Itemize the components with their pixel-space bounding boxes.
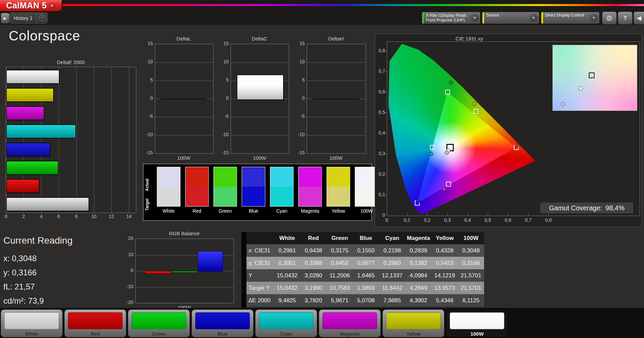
deltae-gridline (94, 67, 94, 213)
pattern-button-green[interactable]: Green (128, 309, 190, 337)
table-cell: 15,0432 (274, 269, 300, 282)
current-reading-x: x: 0,3048 (3, 251, 72, 266)
pattern-button-red[interactable]: Red (64, 309, 126, 337)
deltaL-title: DeltaL (155, 36, 213, 41)
table-cell: 0,2839 (405, 244, 432, 257)
cie-ytick-mark (385, 71, 387, 72)
table-cell: 4,0984 (405, 269, 432, 282)
table-cell: 1,6465 (353, 269, 379, 282)
display-control-dropdown[interactable]: Direct Display Control (541, 12, 600, 24)
swatch-column-white[interactable]: White (157, 167, 180, 214)
chevron-down-icon[interactable] (471, 14, 479, 22)
cie-xtick: 0,2 (421, 217, 433, 223)
meter-dropdown[interactable]: X-Rite i1Display Retail Front Projector … (422, 12, 480, 24)
cie-measured-green (449, 81, 453, 85)
cie-whitepoint-inset (552, 45, 637, 111)
table-cell: 0,3048 (458, 244, 484, 257)
pattern-button-label: Blue (192, 331, 253, 337)
table-row-label: Y (246, 269, 274, 282)
collapse-panel-button[interactable] (634, 11, 644, 25)
settings-button[interactable] (602, 11, 617, 25)
swatch-column-yellow[interactable]: Yellow (327, 167, 350, 214)
swatch-column-green[interactable]: Green (213, 167, 237, 214)
deltae-xtick: 10 (90, 214, 98, 219)
table-row: Y15,04323,028011,20061,646512,13374,0984… (246, 269, 484, 282)
rgb-bar-blue (198, 251, 223, 272)
swatch-label: White (163, 208, 175, 214)
cie-ytick: 0,1 (376, 192, 385, 197)
table-cell: 10,7583 (327, 282, 353, 294)
table-header-row: WhiteRedGreenBlueCyanMagentaYellow100W (246, 232, 484, 244)
swatch-column-cyan[interactable]: Cyan (270, 167, 294, 214)
rgb-balance-plot (135, 239, 234, 303)
cie-ytick: 0,3 (376, 151, 385, 156)
table-row: y: CIE310,30510,33880,64520,06770,29830,… (246, 257, 484, 269)
cie-ytick-mark (385, 195, 387, 195)
cie-ytick-mark (385, 92, 387, 92)
table-cell: 12,1337 (379, 269, 405, 282)
pattern-button-cyan[interactable]: Cyan (255, 309, 317, 337)
plus-icon (39, 15, 45, 21)
pattern-swatch (450, 312, 504, 329)
table-cell: 3,7820 (300, 294, 327, 307)
deltaC-gridline (231, 62, 289, 63)
rgb-ytick: -10 (123, 284, 133, 289)
swatch-column-magenta[interactable]: Magenta (298, 167, 322, 214)
deltaC-plot (231, 44, 289, 154)
swatch-column-blue[interactable]: Blue (242, 167, 265, 214)
cie-ytick-mark (385, 133, 387, 133)
pattern-button-label: Magenta (319, 331, 380, 337)
deltae-bar-red (6, 179, 39, 193)
table-row-label: x: CIE31 (246, 244, 274, 257)
cie-xtick-mark (488, 213, 488, 215)
swatch-tile (327, 167, 350, 207)
deltaL-plot (155, 44, 213, 154)
tab-history-1[interactable]: History 1 (10, 13, 37, 23)
pattern-button-yellow[interactable]: Yellow (382, 309, 444, 337)
pattern-button-100w[interactable]: 100W (446, 309, 508, 337)
deltaC-ytick: 0 (218, 95, 229, 101)
deltae-bar-white (6, 197, 89, 211)
table-cell: 11,2006 (327, 269, 353, 282)
help-button[interactable] (618, 11, 633, 25)
deltaH-plot (307, 44, 366, 154)
cie-xtick: 0 (381, 217, 393, 223)
logo-menu-caret-icon[interactable] (49, 2, 56, 9)
page-title: Colorspace (9, 28, 80, 43)
current-reading-fl: fL: 21,57 (3, 280, 72, 294)
swatch-label: Red (193, 208, 201, 214)
chevron-down-icon[interactable] (530, 14, 538, 22)
layout-flyout-button[interactable] (1, 13, 9, 24)
swatch-column-red[interactable]: Red (185, 167, 209, 214)
deltaC-gridline (231, 135, 289, 135)
table-cell: 21,5701 (458, 269, 484, 282)
swatch-tile (242, 167, 265, 207)
pattern-button-label: Green (128, 331, 190, 337)
cie-ytick: 0,8 (376, 48, 385, 53)
swatch-actual (327, 167, 350, 187)
source-dropdown[interactable]: Source (482, 12, 539, 24)
pattern-button-blue[interactable]: Blue (192, 309, 253, 337)
cie-measured-yellow (472, 102, 476, 106)
cie-xtick-mark (407, 213, 407, 215)
add-tab-button[interactable] (37, 13, 47, 23)
cie-measured-cyan (429, 152, 433, 156)
table-cell: 21,5701 (458, 282, 484, 294)
deltaH-ytick: -15 (294, 150, 305, 155)
cie-xtick: 0,6 (502, 217, 514, 223)
pattern-button-white[interactable]: White (1, 309, 63, 337)
table-cell: 0,3166 (458, 257, 484, 269)
swatch-target-label: Target (145, 188, 151, 221)
app-logo[interactable]: CalMAN 5 (0, 0, 62, 11)
table-row: ΔE 20009,48253,78205,96715,07087,98854,3… (246, 294, 484, 307)
chevron-down-icon[interactable] (590, 14, 598, 22)
cie-ytick: 0,2 (376, 171, 385, 177)
swatch-label: Green (219, 208, 232, 214)
pattern-button-magenta[interactable]: Magenta (319, 309, 381, 337)
pattern-swatch (68, 312, 123, 329)
deltae-gridline (76, 67, 77, 213)
current-reading-title: Current Reading (3, 235, 72, 246)
inset-measured-100w (561, 102, 565, 106)
table-cell: 0,2983 (379, 257, 405, 269)
rgb-ytick: -20 (123, 300, 133, 305)
